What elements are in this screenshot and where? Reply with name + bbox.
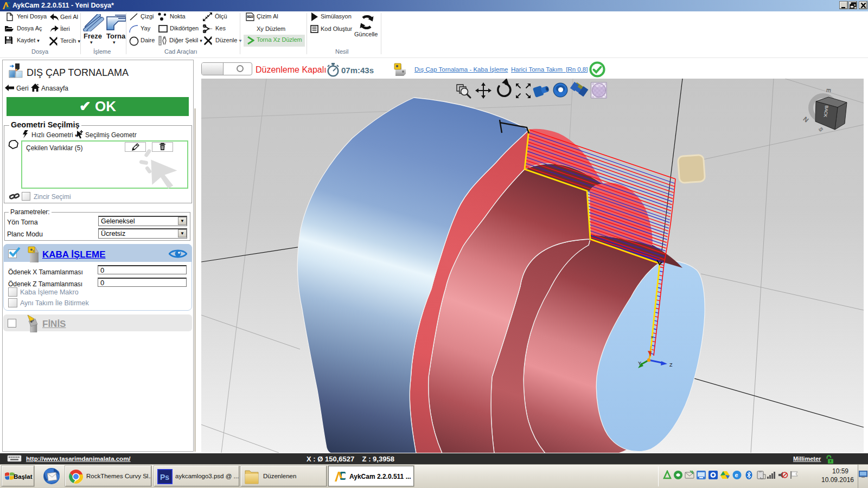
svg-text:E: E [825,88,832,93]
svg-text:Z: Z [669,362,673,368]
svg-text:Y: Y [638,361,641,366]
svg-text:Ps: Ps [160,473,169,481]
svg-text:x: x [651,335,653,339]
svg-text:e: e [735,472,738,478]
svg-text:S: S [818,126,825,133]
svg-text:N: N [802,115,810,124]
svg-text:CAD: CAD [247,15,253,18]
